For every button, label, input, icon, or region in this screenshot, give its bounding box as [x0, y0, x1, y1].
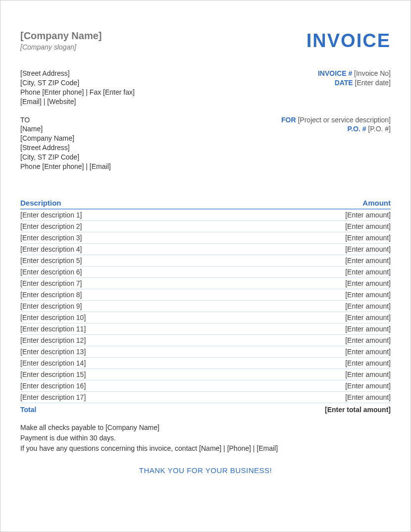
item-amount: [Enter amount] [345, 359, 391, 367]
item-description: [Enter description 16] [20, 382, 86, 390]
table-row: [Enter description 14][Enter amount] [20, 358, 391, 369]
item-description: [Enter description 7] [20, 279, 82, 287]
item-description: [Enter description 1] [20, 211, 82, 219]
to-street: [Street Address] [20, 143, 111, 153]
total-value: [Enter total amount] [325, 406, 391, 414]
table-row: [Enter description 5][Enter amount] [20, 255, 391, 266]
item-description: [Enter description 8] [20, 291, 82, 299]
table-row: [Enter description 13][Enter amount] [20, 346, 391, 358]
to-label: TO [20, 115, 111, 125]
item-amount: [Enter amount] [345, 393, 391, 401]
date-value: [Enter date] [355, 79, 391, 87]
item-description: [Enter description 12] [20, 336, 86, 344]
item-amount: [Enter amount] [345, 371, 391, 378]
date-label: DATE [335, 79, 353, 87]
item-amount: [Enter amount] [345, 234, 391, 242]
item-description: [Enter description 5] [20, 257, 82, 265]
table-row: [Enter description 11][Enter amount] [20, 323, 391, 335]
item-description: [Enter description 3] [20, 234, 82, 242]
table-row: [Enter description 7][Enter amount] [20, 278, 391, 289]
table-row: [Enter description 8][Enter amount] [20, 289, 391, 301]
item-description: [Enter description 15] [20, 371, 86, 378]
invoice-no-label: INVOICE # [318, 69, 352, 77]
item-amount: [Enter amount] [345, 291, 391, 299]
from-contact: [Email] | [Website] [20, 97, 135, 106]
table-header-row: Description Amount [20, 199, 391, 210]
item-description: [Enter description 13] [20, 348, 86, 356]
to-city: [City, ST ZIP Code] [20, 153, 111, 162]
notes-line3: If you have any questions concerning thi… [20, 443, 391, 454]
invoice-no-value: [Invoice No] [354, 69, 391, 77]
item-amount: [Enter amount] [345, 302, 391, 310]
item-amount: [Enter amount] [345, 245, 391, 253]
table-row: [Enter description 15][Enter amount] [20, 369, 391, 380]
from-city: [City, ST ZIP Code] [20, 78, 135, 88]
from-street: [Street Address] [20, 69, 135, 78]
table-row: [Enter description 9][Enter amount] [20, 301, 391, 312]
item-description: [Enter description 4] [20, 245, 82, 253]
for-value: [Project or service description] [298, 116, 391, 124]
item-amount: [Enter amount] [345, 348, 391, 356]
to-name: [Name] [20, 124, 111, 134]
table-row: [Enter description 1][Enter amount] [20, 210, 391, 221]
for-label: FOR [281, 116, 296, 124]
desc-header: Description [20, 199, 61, 207]
item-amount: [Enter amount] [345, 268, 391, 276]
table-row: [Enter description 6][Enter amount] [20, 266, 391, 278]
item-amount: [Enter amount] [345, 314, 391, 321]
item-amount: [Enter amount] [345, 382, 391, 390]
table-row: [Enter description 16][Enter amount] [20, 380, 391, 392]
item-amount: [Enter amount] [345, 222, 391, 230]
from-block: [Street Address] [City, ST ZIP Code] Pho… [20, 69, 135, 106]
thank-you: THANK YOU FOR YOUR BUSINESS! [20, 466, 391, 475]
table-row: [Enter description 2][Enter amount] [20, 221, 391, 232]
item-description: [Enter description 17] [20, 393, 86, 401]
total-row: Total [Enter total amount] [20, 404, 391, 416]
notes: Make all checks payable to [Company Name… [20, 423, 391, 454]
item-amount: [Enter amount] [345, 325, 391, 333]
item-amount: [Enter amount] [345, 279, 391, 287]
amount-header: Amount [362, 199, 391, 207]
company-slogan: [Company slogan] [20, 43, 102, 51]
po-label: P.O. # [348, 125, 366, 133]
po-value: [P.O. #] [368, 125, 391, 133]
item-description: [Enter description 14] [20, 359, 86, 367]
to-phone: Phone [Enter phone] | [Email] [20, 162, 111, 171]
item-description: [Enter description 11] [20, 325, 86, 333]
notes-line2: Payment is due within 30 days. [20, 433, 391, 443]
invoice-meta: INVOICE # [Invoice No] DATE [Enter date] [318, 69, 391, 106]
notes-line1: Make all checks payable to [Company Name… [20, 423, 391, 433]
to-company: [Company Name] [20, 134, 111, 143]
table-row: [Enter description 4][Enter amount] [20, 244, 391, 255]
total-label: Total [20, 406, 36, 414]
for-block: FOR [Project or service description] P.O… [281, 115, 391, 171]
table-row: [Enter description 10][Enter amount] [20, 312, 391, 323]
table-row: [Enter description 3][Enter amount] [20, 232, 391, 244]
invoice-title: INVOICE [307, 30, 391, 52]
company-name: [Company Name] [20, 30, 102, 42]
item-description: [Enter description 6] [20, 268, 82, 276]
item-description: [Enter description 9] [20, 302, 82, 310]
item-amount: [Enter amount] [345, 211, 391, 219]
item-amount: [Enter amount] [345, 336, 391, 344]
item-description: [Enter description 10] [20, 314, 86, 321]
table-row: [Enter description 17][Enter amount] [20, 392, 391, 403]
table-row: [Enter description 12][Enter amount] [20, 335, 391, 346]
item-amount: [Enter amount] [345, 257, 391, 265]
item-description: [Enter description 2] [20, 222, 82, 230]
invoice-table: Description Amount [Enter description 1]… [20, 199, 391, 416]
to-block: TO [Name] [Company Name] [Street Address… [20, 115, 111, 171]
from-phone: Phone [Enter phone] | Fax [Enter fax] [20, 88, 135, 97]
